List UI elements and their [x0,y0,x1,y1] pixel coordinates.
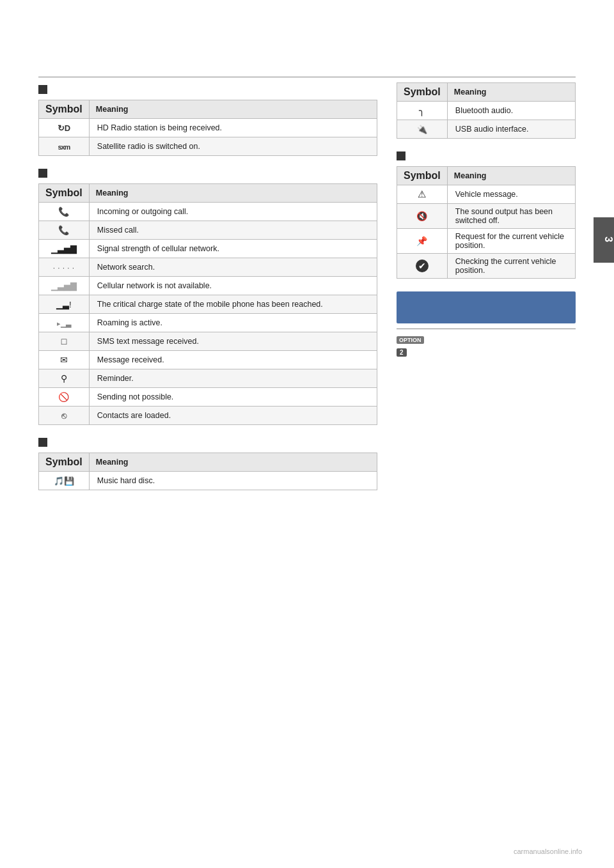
radio-header-symbol: Symbol [39,100,90,119]
watermark-text: carmanualsonline.info [514,848,582,855]
audio2-header-symbol: Symbol [397,83,448,102]
hdd-music-icon: 🎵💾 [54,476,74,486]
pos-check-meaning: Checking the current vehicle position. [447,254,575,279]
no-signal-meaning: Cellular network is not available. [89,277,377,295]
phone-call-symbol: 📞 [39,203,90,221]
right-column: Symbol Meaning ╮ Bluetooth audio. [397,82,576,500]
bluetooth-icon: ╮ [419,105,425,116]
audio2-header-meaning: Meaning [447,83,575,102]
radio-header-meaning: Meaning [89,100,377,119]
email-symbol: ✉ [39,351,90,369]
table-row: 📞 Incoming or outgoing call. [39,203,377,221]
table-row: ▁▃! The critical charge state of the mob… [39,295,377,314]
missed-call-meaning: Missed call. [89,221,377,240]
no-signal-icon: ▁▃▅▇ [51,281,77,291]
table-row: ✉ Message received. [39,351,377,369]
sound-off-symbol: 🔇 [397,204,448,229]
pos-req-symbol: 📌 [397,229,448,254]
usb-icon: 🔌 [417,125,427,134]
table-row: □ SMS text message received. [39,332,377,351]
reminder-icon: ⚲ [61,373,67,384]
signal-strength-icon: ▁▃▅▇ [51,244,77,254]
audio-header-meaning: Meaning [89,453,377,472]
phone-table: Symbol Meaning 📞 Incoming or outgoing ca… [38,183,377,425]
bottom-section: OPTION 2 [397,329,576,357]
table-row: 🔌 USB audio interface. [397,120,576,139]
sxm-meaning: Satellite radio is switched on. [89,137,377,156]
table-row: · · · · · Network search. [39,258,377,277]
table-row: ✔ Checking the current vehicle position. [397,254,576,279]
email-meaning: Message received. [89,351,377,369]
table-row: ▁▃▅▇ Cellular network is not available. [39,277,377,295]
table-row: ⚲ Reminder. [39,369,377,388]
table-row: ▸▁▃ Roaming is active. [39,314,377,332]
signal-strength-meaning: Signal strength of cellular network. [89,240,377,258]
table-row: ⎋ Contacts are loaded. [39,407,377,425]
reminder-symbol: ⚲ [39,369,90,388]
hd-meaning: HD Radio station is being received. [89,119,377,137]
missed-call-symbol: 📞 [39,221,90,240]
audio-table: Symbol Meaning 🎵💾 Music hard disc. [38,453,377,490]
table-row: 📞 Missed call. [39,221,377,240]
pos-req-meaning: Request for the current vehicle position… [447,229,575,254]
bluetooth-symbol: ╮ [397,102,448,120]
pos-check-symbol: ✔ [397,254,448,279]
option-badge: OPTION [397,336,424,344]
sms-symbol: □ [39,332,90,351]
vehicle-warn-meaning: Vehicle message. [447,185,575,204]
main-content: Symbol Meaning ↻D HD Radio station is be… [0,0,614,868]
hd-symbol: ↻D [39,119,90,137]
audio-header-symbol: Symbol [39,453,90,472]
vehicle-warn-icon: ⚠ [418,189,426,199]
reminder-meaning: Reminder. [89,369,377,388]
radio-table: Symbol Meaning ↻D HD Radio station is be… [38,100,377,156]
vehicle-section-marker [397,151,405,160]
charge-icon: ▁▃! [56,300,72,309]
radio-section-marker [38,85,47,94]
phone-call-icon: 📞 [58,206,69,217]
vehicle-header-meaning: Meaning [447,167,575,185]
roaming-icon: ▸▁▃ [57,320,71,327]
contacts-icon: ⎋ [61,410,67,421]
usb-meaning: USB audio interface. [447,120,575,139]
num-badge-2: 2 [397,348,407,357]
table-row: sxm Satellite radio is switched on. [39,137,377,156]
watermark: carmanualsonline.info [514,848,582,855]
left-column: Symbol Meaning ↻D HD Radio station is be… [38,82,377,500]
phone-header-meaning: Meaning [89,184,377,203]
table-row: ▁▃▅▇ Signal strength of cellular network… [39,240,377,258]
table-row: 📌 Request for the current vehicle positi… [397,229,576,254]
nosend-icon: 🚫 [58,392,69,402]
network-search-icon: · · · · · [53,265,75,272]
blue-highlight-section [397,291,576,323]
audio-table2: Symbol Meaning ╮ Bluetooth audio. [397,82,576,139]
sms-meaning: SMS text message received. [89,332,377,351]
sound-off-meaning: The sound output has been switched off. [447,204,575,229]
sxm-symbol: sxm [39,137,90,156]
hdd-meaning: Music hard disc. [89,472,377,490]
charge-meaning: The critical charge state of the mobile … [89,295,377,314]
table-row: ↻D HD Radio station is being received. [39,119,377,137]
numbered-item-1: OPTION [397,336,576,344]
sound-off-icon: 🔇 [416,211,427,221]
bluetooth-meaning: Bluetooth audio. [447,102,575,120]
email-icon: ✉ [60,355,68,365]
pos-check-icon: ✔ [416,260,429,272]
network-search-symbol: · · · · · [39,258,90,277]
nosend-symbol: 🚫 [39,388,90,407]
hd-radio-icon: ↻D [58,123,70,133]
top-divider [38,77,576,77]
phone-call-meaning: Incoming or outgoing call. [89,203,377,221]
table-row: ╮ Bluetooth audio. [397,102,576,120]
roaming-meaning: Roaming is active. [89,314,377,332]
nosend-meaning: Sending not possible. [89,388,377,407]
vehicle-header-symbol: Symbol [397,167,448,185]
pos-req-icon: 📌 [416,236,427,246]
vehicle-table: Symbol Meaning ⚠ Vehicle message. [397,166,576,279]
table-row: 🎵💾 Music hard disc. [39,472,377,490]
page-wrapper: 3 Symbol Meaning [0,0,614,868]
phone-section-marker [38,169,47,178]
contacts-symbol: ⎋ [39,407,90,425]
table-row: 🚫 Sending not possible. [39,388,377,407]
network-search-meaning: Network search. [89,258,377,277]
